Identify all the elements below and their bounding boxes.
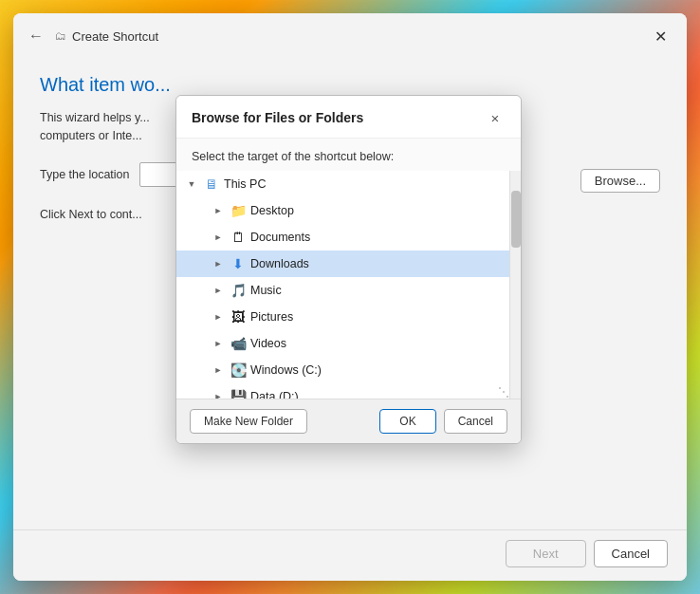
expand-downloads[interactable]: ►: [211, 256, 226, 271]
cancel-button[interactable]: Cancel: [594, 540, 668, 567]
desktop-folder-icon: 📁: [230, 202, 247, 219]
tree-scroll[interactable]: ▼ 🖥 This PC ► 📁 Desktop ► 🗒 Documents ► …: [176, 171, 509, 399]
wizard-titlebar: ← 🗂 Create Shortcut ✕: [13, 13, 687, 55]
expand-music[interactable]: ►: [211, 283, 226, 298]
tree-item-pictures[interactable]: ► 🖼 Pictures: [176, 304, 509, 330]
back-button[interactable]: ←: [23, 23, 49, 49]
location-label: Type the location: [40, 168, 130, 181]
make-new-folder-button[interactable]: Make New Folder: [190, 409, 307, 434]
scrollbar[interactable]: [509, 171, 521, 399]
tree-item-downloads[interactable]: ► ⬇ Downloads: [176, 251, 509, 277]
browse-titlebar: Browse for Files or Folders ×: [176, 96, 521, 139]
expand-desktop[interactable]: ►: [211, 203, 226, 218]
expand-pictures[interactable]: ►: [211, 309, 226, 325]
browse-subtitle: Select the target of the shortcut below:: [176, 139, 521, 171]
data-drive-icon: 💾: [230, 388, 247, 399]
browse-dialog-title: Browse for Files or Folders: [192, 110, 363, 125]
tree-item-videos[interactable]: ► 📹 Videos: [176, 330, 509, 357]
tree-item-documents[interactable]: ► 🗒 Documents: [176, 224, 509, 251]
documents-label: Documents: [250, 231, 502, 244]
monitor-icon: 🖥: [203, 176, 220, 193]
tree-item-desktop[interactable]: ► 📁 Desktop: [176, 197, 509, 224]
resize-handle: ⋱: [498, 385, 507, 395]
videos-label: Videos: [250, 337, 502, 350]
browse-close-button[interactable]: ×: [483, 105, 507, 130]
pictures-label: Pictures: [250, 310, 502, 324]
scrollbar-thumb: [511, 191, 521, 248]
downloads-folder-icon: ⬇: [230, 255, 247, 272]
expand-thispc[interactable]: ▼: [184, 176, 199, 192]
tree-area: ▼ 🖥 This PC ► 📁 Desktop ► 🗒 Documents ► …: [176, 171, 521, 399]
next-button[interactable]: Next: [506, 540, 586, 567]
browse-button[interactable]: Browse...: [580, 169, 660, 193]
expand-windows-c[interactable]: ►: [211, 362, 226, 378]
desktop-label: Desktop: [250, 204, 502, 217]
breadcrumb-icon: 🗂: [55, 29, 66, 43]
downloads-label: Downloads: [250, 257, 502, 270]
documents-folder-icon: 🗒: [230, 229, 247, 246]
browse-cancel-button[interactable]: Cancel: [444, 409, 507, 434]
tree-item-music[interactable]: ► 🎵 Music: [176, 277, 509, 304]
ok-button[interactable]: OK: [379, 409, 435, 434]
tree-item-windows-c[interactable]: ► 💽 Windows (C:): [176, 357, 509, 383]
thispc-label: This PC: [224, 177, 502, 191]
windows-c-label: Windows (C:): [250, 363, 502, 377]
browse-dialog: Browse for Files or Folders × Select the…: [175, 95, 522, 444]
windows-drive-icon: 💽: [230, 362, 247, 379]
tree-item-thispc[interactable]: ▼ 🖥 This PC: [176, 171, 509, 197]
data-d-label: Data (D:): [250, 390, 502, 399]
music-label: Music: [250, 284, 502, 297]
pictures-folder-icon: 🖼: [230, 308, 247, 325]
browse-actions: Make New Folder OK Cancel: [176, 399, 521, 443]
wizard-close-button[interactable]: ✕: [647, 23, 673, 49]
tree-item-data-d[interactable]: ► 💾 Data (D:): [176, 383, 509, 399]
wizard-heading: What item wo...: [40, 74, 660, 96]
music-folder-icon: 🎵: [230, 282, 247, 299]
expand-videos[interactable]: ►: [211, 336, 226, 351]
expand-data-d[interactable]: ►: [211, 389, 226, 399]
wizard-footer: Next Cancel: [13, 529, 687, 581]
videos-folder-icon: 📹: [230, 335, 247, 352]
wizard-title: Create Shortcut: [72, 29, 158, 44]
titlebar-left: ← 🗂 Create Shortcut: [23, 23, 647, 49]
expand-documents[interactable]: ►: [211, 230, 226, 245]
